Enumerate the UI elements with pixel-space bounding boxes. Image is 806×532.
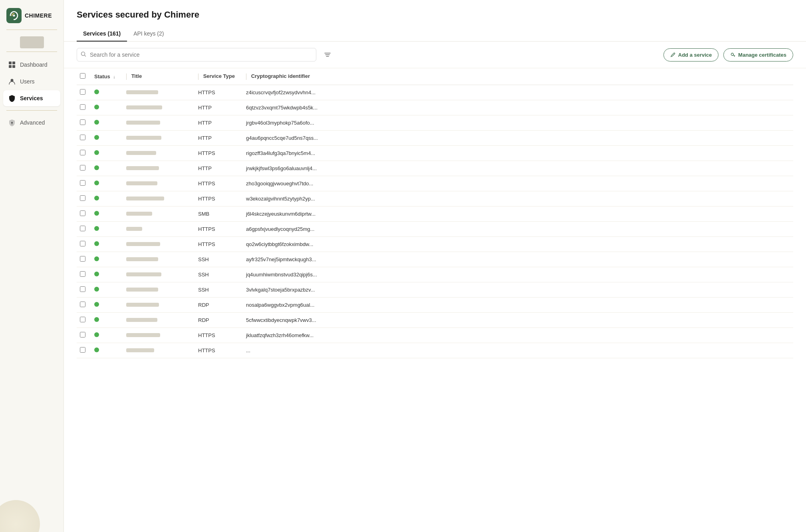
search-input[interactable] — [77, 48, 316, 62]
select-all-checkbox[interactable] — [80, 73, 85, 79]
row-checkbox[interactable] — [80, 195, 85, 201]
row-title-cell — [123, 176, 195, 191]
col-header-service-type: Service Type — [195, 68, 243, 85]
svg-point-12 — [731, 53, 734, 56]
row-service-type-cell: HTTP — [195, 115, 243, 131]
row-checkbox[interactable] — [80, 317, 85, 322]
sidebar-item-dashboard[interactable]: Dashboard — [3, 57, 60, 73]
row-checkbox[interactable] — [80, 104, 85, 110]
row-checkbox[interactable] — [80, 241, 85, 246]
col-header-title: Title — [123, 68, 195, 85]
sidebar-item-advanced[interactable]: Advanced — [3, 115, 60, 131]
status-dot — [94, 256, 99, 261]
title-placeholder — [126, 257, 158, 261]
row-status-cell — [91, 176, 123, 191]
row-checkbox[interactable] — [80, 226, 85, 231]
row-title-cell — [123, 267, 195, 282]
row-checkbox[interactable] — [80, 150, 85, 155]
row-service-type-cell: HTTPS — [195, 328, 243, 343]
title-placeholder — [126, 288, 158, 292]
manage-certificates-button[interactable]: Manage certificates — [723, 48, 793, 62]
row-checkbox[interactable] — [80, 271, 85, 277]
row-checkbox-cell — [77, 100, 91, 115]
row-crypto-id-cell: zho3gooiqgjvwoueghvt7tdo... — [243, 176, 793, 191]
row-title-cell — [123, 343, 195, 358]
row-title-cell — [123, 222, 195, 237]
title-placeholder — [126, 348, 154, 352]
sidebar-item-users[interactable]: Users — [3, 73, 60, 89]
row-status-cell — [91, 100, 123, 115]
col-header-status: Status ↓ — [91, 68, 123, 85]
title-placeholder — [126, 303, 159, 307]
title-placeholder — [126, 333, 160, 337]
status-dot — [94, 317, 99, 322]
row-checkbox-cell — [77, 252, 91, 267]
row-crypto-id-cell: g4au6pqncc5cqe7ud5ns7qss... — [243, 131, 793, 146]
status-dot — [94, 105, 99, 109]
row-service-type-cell: SSH — [195, 267, 243, 282]
row-checkbox-cell — [77, 237, 91, 252]
row-checkbox[interactable] — [80, 135, 85, 140]
sidebar-item-services[interactable]: Services — [3, 90, 60, 106]
status-dot — [94, 287, 99, 292]
svg-rect-5 — [12, 65, 15, 68]
row-status-cell — [91, 146, 123, 161]
sidebar-divider-2 — [6, 52, 57, 52]
row-status-cell — [91, 222, 123, 237]
row-checkbox-cell — [77, 267, 91, 282]
row-title-cell — [123, 115, 195, 131]
row-service-type-cell: HTTPS — [195, 176, 243, 191]
row-service-type-cell: SMB — [195, 206, 243, 222]
sidebar-item-services-label: Services — [20, 95, 43, 101]
title-placeholder — [126, 318, 157, 322]
row-status-cell — [91, 313, 123, 328]
row-checkbox[interactable] — [80, 165, 85, 171]
sidebar-bottom-decor — [0, 484, 64, 532]
row-checkbox[interactable] — [80, 119, 85, 125]
services-table: Status ↓ Title Service Type Cryptographi… — [77, 68, 793, 358]
tab-api-keys[interactable]: API keys (2) — [127, 26, 170, 42]
row-crypto-id-cell: ... — [243, 343, 793, 358]
row-checkbox[interactable] — [80, 89, 85, 95]
title-placeholder — [126, 90, 158, 94]
row-title-cell — [123, 206, 195, 222]
row-crypto-id-cell: jrgbv46ol3myphokp75a6ofo... — [243, 115, 793, 131]
row-title-cell — [123, 191, 195, 206]
filter-button[interactable] — [321, 48, 334, 61]
row-checkbox[interactable] — [80, 302, 85, 307]
status-dot — [94, 135, 99, 140]
tab-services[interactable]: Services (161) — [77, 26, 127, 42]
row-checkbox[interactable] — [80, 347, 85, 353]
table-row: HTTP 6qtzvz3vxqmt75wkdwpb4s5k... — [77, 100, 793, 115]
row-checkbox-cell — [77, 191, 91, 206]
row-checkbox[interactable] — [80, 256, 85, 262]
status-dot — [94, 302, 99, 307]
table-row: RDP 5cfwwcxtibdyecnqwpk7vwv3... — [77, 313, 793, 328]
status-dot — [94, 150, 99, 155]
row-checkbox-cell — [77, 343, 91, 358]
search-wrapper — [77, 48, 316, 62]
title-placeholder — [126, 272, 161, 276]
row-checkbox[interactable] — [80, 210, 85, 216]
row-status-cell — [91, 206, 123, 222]
row-checkbox[interactable] — [80, 180, 85, 186]
row-checkbox[interactable] — [80, 286, 85, 292]
add-service-button[interactable]: Add a service — [663, 48, 719, 62]
table-row: SMB j6l4skczejyeuskunvm6diprtw... — [77, 206, 793, 222]
row-service-type-cell: HTTPS — [195, 85, 243, 100]
page-title: Services secured by Chimere — [77, 10, 793, 20]
row-service-type-cell: RDP — [195, 313, 243, 328]
table-row: HTTPS zho3gooiqgjvwoueghvt7tdo... — [77, 176, 793, 191]
title-placeholder — [126, 105, 162, 109]
status-dot — [94, 241, 99, 246]
status-dot — [94, 181, 99, 185]
row-status-cell — [91, 267, 123, 282]
search-icon — [81, 52, 86, 58]
sidebar-section-divider — [6, 110, 57, 111]
table-row: HTTPS z4icuscrvqvfjof2zwsydvvhn4... — [77, 85, 793, 100]
app-name: CHIMERE — [25, 12, 52, 19]
row-crypto-id-cell: w3ekozalgvihnnt5zytyph2yp... — [243, 191, 793, 206]
row-checkbox[interactable] — [80, 332, 85, 337]
sidebar-item-dashboard-label: Dashboard — [20, 62, 48, 68]
row-checkbox-cell — [77, 131, 91, 146]
